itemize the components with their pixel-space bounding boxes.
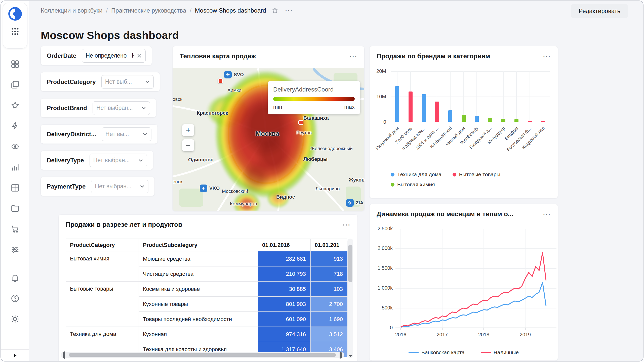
table-header-cell[interactable]: ProductSubcategory <box>139 239 258 251</box>
value-cell[interactable]: 210 793 <box>258 266 311 282</box>
horizontal-scrollbar-thumb[interactable] <box>69 353 336 357</box>
breadcrumb-item[interactable]: Практические руководства <box>111 7 186 14</box>
bar[interactable] <box>541 121 545 122</box>
scroll-right-icon[interactable] <box>340 353 342 357</box>
bar[interactable] <box>422 94 426 122</box>
bar[interactable] <box>501 119 505 122</box>
sidebar-storage-icon[interactable] <box>10 204 20 213</box>
filter-select[interactable]: Нет выбран... <box>91 180 148 193</box>
bar-gridline-v <box>530 71 530 122</box>
favorite-star-icon[interactable] <box>271 7 279 14</box>
bar[interactable] <box>409 92 413 122</box>
clear-icon[interactable] <box>136 53 142 59</box>
filter-select[interactable]: Нет выбран... <box>90 154 147 167</box>
filter-select[interactable]: Нет выб... <box>101 75 154 89</box>
legend-item[interactable]: Бытовая химия <box>391 182 435 188</box>
table-scroll-area[interactable]: ProductCategoryProductSubcategory01.01.2… <box>66 239 347 358</box>
sidebar-marketplace-icon[interactable] <box>10 224 20 234</box>
table-header-cell[interactable]: 01.01.201 <box>311 239 348 251</box>
value-cell[interactable]: 30 885 <box>258 282 311 297</box>
bar-legend: Техника для домаБытовые товарыБытовая хи… <box>391 171 542 188</box>
subcategory-cell[interactable]: Кухонные товары <box>139 297 258 312</box>
vertical-scrollbar[interactable] <box>347 239 353 358</box>
legend-item[interactable]: Банковская карта <box>409 349 465 355</box>
value-cell[interactable]: 3 512 <box>311 327 348 342</box>
help-icon[interactable] <box>10 294 20 303</box>
table-menu-icon[interactable]: ⋯ <box>342 222 351 227</box>
bar[interactable] <box>528 121 532 122</box>
value-cell[interactable]: 2 700 <box>311 297 348 312</box>
map-city-label: Жуковс <box>349 177 364 183</box>
value-cell[interactable]: 282 681 <box>258 251 311 266</box>
edit-button[interactable]: Редактировать <box>571 4 628 18</box>
value-cell[interactable]: 103 <box>311 282 348 297</box>
table-header-cell[interactable]: 01.01.2016 <box>258 239 311 251</box>
breadcrumb-item: Moscow Shops dashboard <box>195 7 266 14</box>
bar[interactable] <box>475 116 479 122</box>
sidebar-quick-actions-icon[interactable] <box>10 121 20 131</box>
bar-gridline-v <box>516 71 517 122</box>
sidebar-datasets-icon[interactable] <box>10 183 20 193</box>
sidebar-dashboards-icon[interactable] <box>10 59 20 69</box>
filter-OrderDate: OrderDateНе определено - Н <box>41 46 152 65</box>
apps-grid-icon[interactable] <box>10 27 20 36</box>
bar-plot[interactable] <box>391 71 550 122</box>
sidebar-connections-icon[interactable] <box>10 142 20 151</box>
subcategory-cell[interactable]: Кухонная <box>139 327 258 342</box>
bar-gridline-v <box>476 71 477 122</box>
plane-icon: ✈ <box>224 71 232 78</box>
line-y-tick: 0 <box>390 325 393 331</box>
bar[interactable] <box>435 102 439 122</box>
datalens-logo-icon[interactable] <box>8 7 22 21</box>
settings-gear-icon[interactable] <box>10 314 20 324</box>
line-chart-area: 2 500k2 000k1 500k1 000k500k0 2016201720… <box>370 226 558 360</box>
subcategory-cell[interactable]: Чистящие средства <box>139 266 258 282</box>
line-x-tick: 2016 <box>391 332 411 338</box>
legend-item[interactable]: Техника для дома <box>391 171 441 177</box>
bar-chart-menu-icon[interactable]: ⋯ <box>543 54 551 59</box>
line-plot[interactable] <box>395 229 556 330</box>
subcategory-cell[interactable]: Товары последней необходимости <box>139 312 258 327</box>
sidebar-charts-icon[interactable] <box>10 162 20 172</box>
bar[interactable] <box>395 86 399 122</box>
sidebar-favorites-icon[interactable] <box>10 101 20 110</box>
table-header-cell[interactable]: ProductCategory <box>66 239 139 251</box>
sidebar-service-settings-icon[interactable] <box>10 245 20 254</box>
category-cell[interactable]: Бытовая химия <box>66 251 139 282</box>
value-cell[interactable]: 974 316 <box>258 327 311 342</box>
line-chart-menu-icon[interactable]: ⋯ <box>543 212 551 216</box>
bar[interactable] <box>488 118 492 122</box>
bar[interactable] <box>462 115 466 122</box>
filter-select[interactable]: Нет выбран... <box>93 101 150 115</box>
horizontal-scrollbar[interactable] <box>61 352 344 358</box>
value-cell[interactable]: 1 690 <box>311 312 348 327</box>
legend-item[interactable]: Бытовые товары <box>453 171 500 177</box>
sidebar-workbooks-icon[interactable] <box>10 80 20 89</box>
subcategory-cell[interactable]: Моющие средства <box>139 251 258 266</box>
category-cell[interactable]: Бытовые товары <box>66 282 139 327</box>
scroll-down-icon[interactable] <box>347 355 353 357</box>
value-cell[interactable]: 718 <box>311 266 348 282</box>
subcategory-cell[interactable]: Косметика и здоровье <box>139 282 258 297</box>
filter-DeliveryType: DeliveryTypeНет выбран... <box>41 151 153 170</box>
heatmap-legend-max: max <box>344 104 355 110</box>
zoom-in-button[interactable]: + <box>182 124 194 136</box>
filter-date-input[interactable]: Не определено - Н <box>82 49 146 63</box>
filter-select[interactable]: Нет вы... <box>102 127 151 141</box>
expand-panel-button[interactable] <box>1 349 29 361</box>
bar[interactable] <box>448 110 452 122</box>
bar[interactable] <box>514 119 518 122</box>
heatmap-map[interactable]: ✈SVOХимкиовскКрасногорскМоскваБалашихаРе… <box>173 68 364 211</box>
value-cell[interactable]: 801 903 <box>258 297 311 312</box>
line-x-tick: 2019 <box>515 332 535 338</box>
scroll-left-icon[interactable] <box>63 353 65 357</box>
value-cell[interactable]: 913 <box>311 251 348 266</box>
vertical-scrollbar-thumb[interactable] <box>348 245 352 282</box>
legend-item[interactable]: Наличные <box>481 349 519 355</box>
value-cell[interactable]: 601 090 <box>258 312 311 327</box>
heatmap-menu-icon[interactable]: ⋯ <box>349 54 358 59</box>
breadcrumb-more-icon[interactable]: ⋯ <box>285 8 293 13</box>
zoom-out-button[interactable]: − <box>182 139 194 151</box>
breadcrumb-item[interactable]: Коллекции и воркбуки <box>41 7 102 14</box>
notifications-bell-icon[interactable] <box>10 273 20 283</box>
